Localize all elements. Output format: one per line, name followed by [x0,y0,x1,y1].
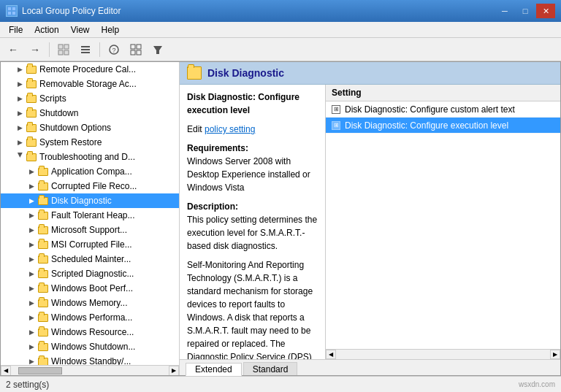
tree-item-shutdown-opts[interactable]: ▶ Shutdown Options [1,120,179,135]
tree-label-app-compat: Application Compa... [51,166,132,177]
svg-rect-3 [12,12,15,15]
show-hide-button[interactable] [53,40,74,59]
tree-item-win-standby[interactable]: ▶ Windows Standby/... [1,354,179,365]
tree-label-scripts: Scripts [39,93,66,104]
status-text: 2 setting(s) [6,380,49,390]
tree-item-rpc[interactable]: ▶ Remote Procedure Cal... [1,62,179,77]
settings-list[interactable]: ⊞ Disk Diagnostic: Configure custom aler… [326,101,560,349]
folder-icon-rpc [26,64,37,74]
tree-label-winperf: Windows Performa... [51,312,132,323]
svg-rect-2 [8,12,11,15]
tree-item-fault-tolerant[interactable]: ▶ Fault Tolerant Heap... [1,208,179,223]
folder-icon-winstandby [37,356,49,365]
menu-help[interactable]: Help [96,23,126,36]
expand-icon-scripts: ▶ [15,94,24,103]
desc-additional: Self-Monitoring And Reporting Technology… [187,258,318,359]
tree-item-troubleshooting[interactable]: ▶ Troubleshooting and D... [1,150,179,164]
tree-item-win-memory[interactable]: ▶ Windows Memory... [1,296,179,310]
folder-icon-ms [37,225,49,235]
svg-rect-16 [137,50,141,55]
settings-hscroll-left[interactable]: ◀ [326,350,336,359]
tree-item-win-resource[interactable]: ▶ Windows Resource... [1,325,179,339]
setting-item-custom-alert[interactable]: ⊞ Disk Diagnostic: Configure custom aler… [326,101,560,118]
minimize-button[interactable]: ─ [495,4,514,18]
description-area[interactable]: Disk Diagnostic: Configure execution lev… [180,85,326,359]
tab-extended[interactable]: Extended [186,363,242,376]
tree-hscroll[interactable]: ◀ ▶ [1,365,179,375]
svg-rect-6 [58,50,63,55]
svg-rect-15 [131,50,135,55]
setting-label-exec: Disk Diagnostic: Configure execution lev… [345,120,508,131]
tree-item-app-compat[interactable]: ▶ Application Compa... [1,164,179,179]
expand-icon-shutdown-opts: ▶ [15,123,24,132]
menu-view[interactable]: View [65,23,96,36]
tree-panel: ▶ Remote Procedure Cal... ▶ Removable St… [1,62,180,375]
watermark: wsxdn.com [519,380,555,388]
filter-button[interactable] [148,40,168,59]
menu-bar: File Action View Help [0,22,561,38]
tree-item-msi-corrupted[interactable]: ▶ MSI Corrupted File... [1,237,179,252]
svg-marker-17 [153,46,162,54]
tree-item-win-perf[interactable]: ▶ Windows Performa... [1,310,179,325]
tree-label-disk: Disk Diagnostic [51,196,112,206]
tree-item-ms-support[interactable]: ▶ Microsoft Support... [1,223,179,237]
expand-icon-winres: ▶ [27,328,36,337]
list-button[interactable] [75,40,96,59]
tree-label-scripted: Scripted Diagnostic... [51,269,134,279]
tree-label-msi: MSI Corrupted File... [51,239,132,250]
tree-item-win-boot[interactable]: ▶ Windows Boot Perf... [1,281,179,296]
requirements-text: Windows Server 2008 with Desktop Experie… [187,155,318,194]
window-controls: ─ □ ✕ [495,4,555,18]
desc-description: Description: This policy setting determi… [187,200,318,253]
tree-item-scheduled[interactable]: ▶ Scheduled Mainter... [1,252,179,266]
tab-standard[interactable]: Standard [243,362,298,375]
close-button[interactable]: ✕ [536,4,555,18]
panel-header: Disk Diagnostic [180,62,560,85]
tree-item-removable[interactable]: ▶ Removable Storage Ac... [1,77,179,91]
tree-item-system-restore[interactable]: ▶ System Restore [1,135,179,150]
tree-item-disk-diagnostic[interactable]: ▶ Disk Diagnostic [1,193,179,208]
expand-icon-disk: ▶ [27,196,36,205]
tree-hscroll-left[interactable]: ◀ [1,366,11,376]
desc-edit-line: Edit policy setting [187,123,318,136]
settings-hscroll: ◀ ▶ [326,349,560,359]
expand-icon-winstandby: ▶ [27,357,36,365]
toolbar: ← → ? [0,38,561,61]
separator-2 [99,42,100,57]
folder-icon-system-restore [26,137,37,147]
back-button[interactable]: ← [3,40,23,59]
folder-icon-disk [37,196,49,206]
svg-rect-4 [58,45,63,49]
desc-policy-title: Disk Diagnostic: Configure execution lev… [187,91,318,117]
tree-label-winshut: Windows Shutdown... [51,342,135,352]
tree-item-scripted[interactable]: ▶ Scripted Diagnostic... [1,266,179,281]
menu-file[interactable]: File [3,23,28,36]
expand-icon-winboot: ▶ [27,284,36,293]
desc-requirements: Requirements: Windows Server 2008 with D… [187,142,318,194]
help-button[interactable]: ? [104,40,124,59]
setting-label-custom: Disk Diagnostic: Configure custom alert … [345,104,515,115]
tree-label-winmem: Windows Memory... [51,298,127,308]
forward-button[interactable]: → [25,40,45,59]
tree-label-winboot: Windows Boot Perf... [51,283,133,293]
tree-item-shutdown[interactable]: ▶ Shutdown [1,106,179,120]
expand-icon-system-restore: ▶ [15,138,24,147]
svg-rect-5 [64,45,69,49]
tree-hscroll-thumb[interactable] [18,367,62,374]
tree-hscroll-right[interactable]: ▶ [169,366,179,376]
maximize-button[interactable]: □ [516,4,535,18]
tree-label-corrupted: Corrupted File Reco... [51,181,137,191]
view-button[interactable] [126,40,146,59]
tree-item-corrupted-file[interactable]: ▶ Corrupted File Reco... [1,179,179,193]
svg-text:?: ? [112,47,115,54]
tree-item-scripts[interactable]: ▶ Scripts [1,91,179,106]
tree-label-shutdown: Shutdown [39,108,78,118]
setting-item-execution-level[interactable]: ⊞ Disk Diagnostic: Configure execution l… [326,118,560,134]
settings-hscroll-right[interactable]: ▶ [550,350,560,359]
folder-icon-shutdown-opts [26,123,37,133]
tabs-bar: Extended Standard [180,359,560,375]
tree-scroll[interactable]: ▶ Remote Procedure Cal... ▶ Removable St… [1,62,179,365]
tree-item-win-shutdown[interactable]: ▶ Windows Shutdown... [1,339,179,354]
menu-action[interactable]: Action [28,23,64,36]
policy-setting-link[interactable]: policy setting [205,124,255,134]
